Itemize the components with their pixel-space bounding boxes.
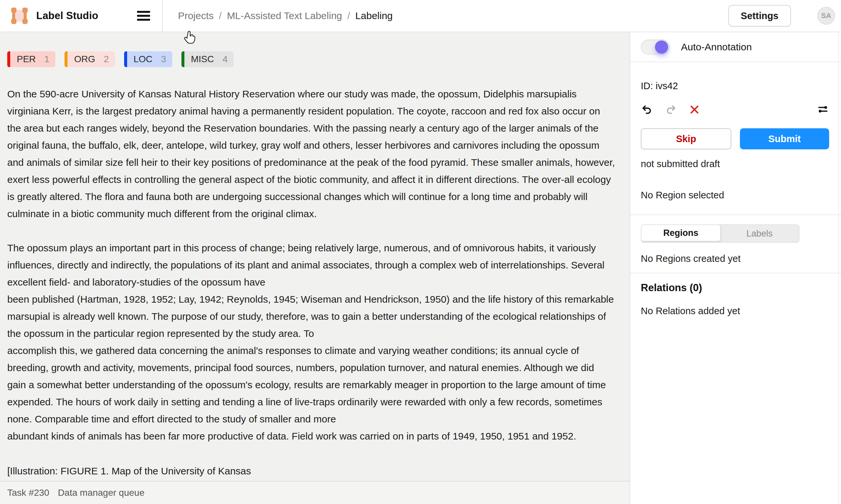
breadcrumb-projects[interactable]: Projects <box>178 10 213 21</box>
draft-status: not submitted draft <box>641 159 829 169</box>
document-paragraph[interactable]: The opossum plays an important part in t… <box>7 239 615 445</box>
undo-icon[interactable] <box>641 103 653 116</box>
document-paragraph[interactable]: [Illustration: FIGURE 1. Map of the Univ… <box>7 463 615 481</box>
delete-annotation-icon[interactable] <box>688 103 701 116</box>
relations-empty-state: No Relations added yet <box>641 306 829 317</box>
document-text[interactable]: On the 590-acre University of Kansas Nat… <box>7 86 615 481</box>
annotation-actions-row <box>641 103 829 116</box>
document-paragraph[interactable]: On the 590-acre University of Kansas Nat… <box>7 86 615 222</box>
tag-color-bar <box>7 51 10 67</box>
tag-color-bar <box>182 51 184 67</box>
label-studio-logo-icon <box>11 7 28 24</box>
labeling-workspace: PER 1 ORG 2 LOC 3 MISC 4 <box>0 32 630 504</box>
redo-icon[interactable] <box>665 103 677 116</box>
decision-buttons-row: Skip Submit <box>641 128 829 149</box>
tag-loc[interactable]: LOC 3 <box>124 51 172 67</box>
annotation-sidebar: Auto-Annotation ID: ivs42 <box>630 32 841 504</box>
tag-misc[interactable]: MISC 4 <box>182 51 234 67</box>
region-selection-status: No Region selected <box>641 190 829 201</box>
tag-color-bar <box>124 51 127 67</box>
tag-hotkey: 4 <box>214 54 234 65</box>
tag-label: PER <box>10 54 36 65</box>
tag-label: MISC <box>184 54 214 65</box>
tag-label: ORG <box>68 54 95 65</box>
task-id: ID: ivs42 <box>641 80 829 91</box>
app-title: Label Studio <box>36 10 98 22</box>
avatar[interactable]: SA <box>817 7 835 25</box>
breadcrumb-separator: / <box>347 10 350 21</box>
tag-hotkey: 3 <box>152 54 172 65</box>
auto-annotation-row: Auto-Annotation <box>630 32 841 61</box>
tab-labels[interactable]: Labels <box>720 225 799 242</box>
sidebar-divider <box>630 273 841 273</box>
auto-annotation-toggle[interactable] <box>641 39 670 55</box>
settings-button[interactable]: Settings <box>728 5 791 26</box>
auto-annotation-label: Auto-Annotation <box>681 41 752 53</box>
relations-heading: Relations (0) <box>641 282 829 294</box>
task-number: Task #230 <box>7 488 49 498</box>
breadcrumb-project-name[interactable]: ML-Assisted Text Labeling <box>227 10 342 21</box>
breadcrumb-separator: / <box>219 10 222 21</box>
header-divider <box>162 0 163 32</box>
regions-labels-tabs: Regions Labels <box>641 224 800 243</box>
document-area: PER 1 ORG 2 LOC 3 MISC 4 <box>0 32 630 481</box>
tag-per[interactable]: PER 1 <box>7 51 55 67</box>
tag-hotkey: 1 <box>36 54 56 65</box>
tag-hotkey: 2 <box>95 54 115 65</box>
submit-button[interactable]: Submit <box>740 128 829 149</box>
sidebar-scroll-gutter <box>838 32 839 504</box>
tag-color-bar <box>65 51 68 67</box>
sidebar-divider <box>630 61 841 62</box>
queue-label: Data manager queue <box>58 488 144 498</box>
tab-regions[interactable]: Regions <box>641 224 721 241</box>
skip-button[interactable]: Skip <box>641 128 731 149</box>
app-header: Label Studio Projects / ML-Assisted Text… <box>0 0 841 32</box>
breadcrumb: Projects / ML-Assisted Text Labeling / L… <box>178 10 393 21</box>
entity-tags-row: PER 1 ORG 2 LOC 3 MISC 4 <box>7 51 615 67</box>
tag-org[interactable]: ORG 2 <box>65 51 115 67</box>
sidebar-divider <box>630 215 841 215</box>
toggle-knob <box>655 40 668 54</box>
breadcrumb-labeling: Labeling <box>355 10 393 21</box>
sliders-settings-icon[interactable] <box>817 103 829 116</box>
task-status-bar: Task #230 Data manager queue <box>0 481 630 504</box>
menu-icon[interactable] <box>137 11 150 21</box>
regions-empty-state: No Regions created yet <box>641 253 829 264</box>
tag-label: LOC <box>127 54 153 65</box>
